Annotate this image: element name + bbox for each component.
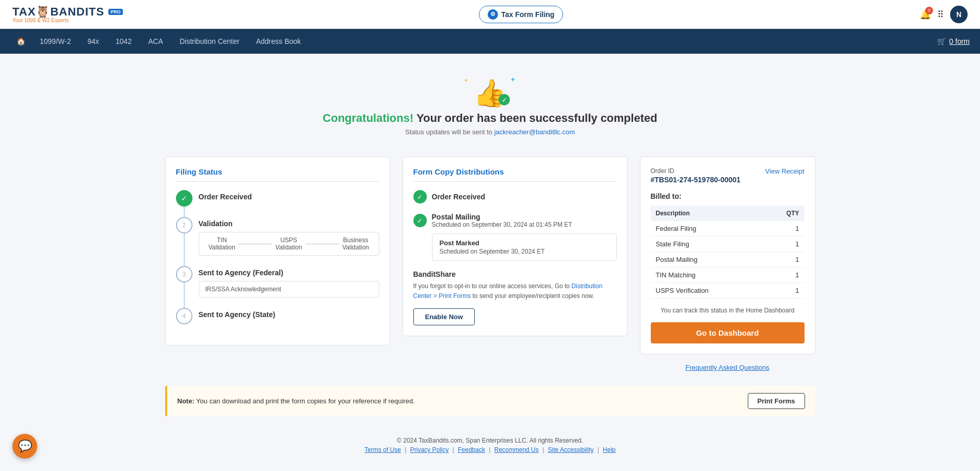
product-icon: ⚙ — [488, 9, 498, 20]
step-3-icon: 3 — [176, 266, 192, 282]
copyright-text: © 2024 TaxBandits.com, Span Enterprises … — [165, 437, 815, 444]
post-marked-title: Post Marked — [440, 239, 609, 247]
timeline-step-2: 2 Validation TIN Validation USPS Validat… — [176, 217, 379, 256]
success-check-icon: ✓ — [499, 94, 510, 105]
nav-item-aca[interactable]: ACA — [140, 29, 171, 54]
help-link[interactable]: Help — [603, 446, 616, 453]
col-description: Description — [651, 206, 763, 221]
recommend-link[interactable]: Recommend Us — [494, 446, 539, 453]
receipt-column: Order ID #TBS01-274-519780-00001 View Re… — [640, 156, 815, 371]
order-id-value: #TBS01-274-519780-00001 — [651, 176, 741, 184]
table-row: USPS Verification1 — [651, 283, 805, 299]
sparkle-icon: ✦ — [510, 75, 516, 84]
main-content: 👍 ✓ ✦ ✦ Congratulations! Your order has … — [155, 54, 826, 471]
post-marked-box: Post Marked Scheduled on September 30, 2… — [432, 233, 617, 261]
step-1-label: Order Received — [199, 190, 252, 201]
banditshare-title: BanditShare — [413, 270, 617, 278]
dist-check-1: ✓ — [413, 190, 427, 203]
table-row: State Filing1 — [651, 237, 805, 252]
step-4-icon: 4 — [176, 308, 192, 324]
step-4-label: Sent to Agency (State) — [199, 308, 276, 319]
view-receipt-link[interactable]: View Receipt — [765, 167, 805, 175]
dist-order-label: Order Received — [432, 193, 486, 201]
chat-bubble[interactable]: 💬 — [12, 434, 37, 459]
congrats-highlight: Congratulations! — [323, 112, 413, 124]
step-2-label: Validation — [199, 217, 379, 228]
switch-product-button[interactable]: ⚙ Tax Form Filing — [479, 6, 563, 23]
postal-mailing-date: Scheduled on September 30, 2024 at 01:45… — [432, 221, 572, 228]
order-id-row: Order ID #TBS01-274-519780-00001 View Re… — [651, 167, 805, 184]
irs-ack: IRS/SSA Acknowledgement — [199, 281, 379, 297]
congrats-email[interactable]: jackreacher@banditllc.com — [494, 128, 575, 136]
nav-item-1099[interactable]: 1099/W-2 — [31, 29, 79, 54]
user-avatar[interactable]: N — [950, 6, 968, 23]
nav-home[interactable]: 🏠 — [10, 29, 31, 54]
step-1-icon: ✓ — [176, 190, 192, 207]
congrats-rest: Your order has been successfully complet… — [413, 112, 657, 124]
nav-item-94x[interactable]: 94x — [79, 29, 107, 54]
filing-status-title: Filing Status — [176, 167, 379, 182]
notifications-button[interactable]: 🔔 0 — [920, 9, 931, 20]
print-forms-button[interactable]: Print Forms — [748, 393, 805, 409]
main-nav: 🏠 1099/W-2 94x 1042 ACA Distribution Cen… — [0, 29, 980, 54]
go-dashboard-button[interactable]: Go to Dashboard — [651, 322, 805, 343]
feedback-link[interactable]: Feedback — [458, 446, 485, 453]
business-validation: Business Validation — [339, 237, 373, 251]
nav-item-address[interactable]: Address Book — [248, 29, 309, 54]
dist-check-2: ✓ — [413, 214, 427, 227]
congrats-section: 👍 ✓ ✦ ✦ Congratulations! Your order has … — [165, 69, 815, 141]
apps-grid-button[interactable]: ⠿ — [937, 9, 944, 20]
terms-link[interactable]: Terms of Use — [364, 446, 401, 453]
cart-icon: 🛒 — [937, 37, 946, 45]
cart-count: 0 form — [949, 37, 970, 45]
receipt-card: Order ID #TBS01-274-519780-00001 View Re… — [640, 156, 815, 354]
dist-order-received: ✓ Order Received — [413, 190, 617, 203]
header-icons: 🔔 0 ⠿ N — [920, 6, 968, 23]
order-id-label: Order ID — [651, 167, 741, 175]
cart-button[interactable]: 🛒 0 form — [937, 37, 970, 45]
postal-mailing-label: Postal Mailing — [432, 213, 572, 221]
track-status-text: You can track this status in the Home Da… — [651, 307, 805, 314]
filing-timeline: ✓ Order Received 2 Validation TIN Valida… — [176, 190, 379, 324]
row-desc: TIN Matching — [651, 268, 763, 283]
sparkle-icon-2: ✦ — [464, 77, 468, 83]
pro-badge: PRO — [108, 9, 123, 15]
privacy-link[interactable]: Privacy Policy — [410, 446, 449, 453]
accessibility-link[interactable]: Site Accessibility — [548, 446, 594, 453]
timeline-step-4: 4 Sent to Agency (State) — [176, 308, 379, 324]
banditshare-section: BanditShare If you forgot to opt-in to o… — [413, 270, 617, 325]
footer: © 2024 TaxBandits.com, Span Enterprises … — [165, 437, 815, 453]
nav-item-distribution[interactable]: Distribution Center — [171, 29, 248, 54]
distribution-center-link[interactable]: Distribution Center > Print Forms — [413, 282, 603, 300]
row-qty: 1 — [763, 221, 805, 237]
dist-postal-mailing: ✓ Postal Mailing Scheduled on September … — [413, 213, 617, 261]
chat-icon: 💬 — [18, 439, 32, 453]
note-bar: Note: You can download and print the for… — [165, 386, 815, 416]
table-row: Federal Filing1 — [651, 221, 805, 237]
row-qty: 1 — [763, 283, 805, 299]
row-desc: USPS Verification — [651, 283, 763, 299]
faq-link[interactable]: Frequently Asked Questions — [640, 364, 815, 371]
col-qty: QTY — [763, 206, 805, 221]
enable-now-button[interactable]: Enable Now — [413, 308, 475, 325]
nav-item-1042[interactable]: 1042 — [107, 29, 140, 54]
tin-validation: TIN Validation — [205, 237, 239, 251]
step-2-icon: 2 — [176, 217, 192, 233]
row-desc: Postal Mailing — [651, 252, 763, 268]
table-row: Postal Mailing1 — [651, 252, 805, 268]
row-desc: State Filing — [651, 237, 763, 252]
timeline-step-3: 3 Sent to Agency (Federal) IRS/SSA Ackno… — [176, 266, 379, 297]
step-3-label: Sent to Agency (Federal) — [199, 266, 379, 277]
row-desc: Federal Filing — [651, 221, 763, 237]
columns-row: Filing Status ✓ Order Received 2 Validat… — [165, 156, 815, 371]
top-header: TAX🦉BANDITS PRO Your 1099 & W2 Experts ⚙… — [0, 0, 980, 29]
notification-badge: 0 — [925, 7, 933, 14]
logo-text: TAX🦉BANDITS — [12, 5, 104, 19]
billed-table: Description QTY Federal Filing1State Fil… — [651, 206, 805, 299]
timeline-step-1: ✓ Order Received — [176, 190, 379, 207]
irs-ack-label: IRS/SSA Acknowledgement — [205, 286, 281, 293]
congrats-title: Congratulations! Your order has been suc… — [165, 112, 815, 125]
validation-steps: TIN Validation USPS Validation Business … — [199, 232, 379, 256]
order-id-block: Order ID #TBS01-274-519780-00001 — [651, 167, 741, 184]
banditshare-text: If you forgot to opt-in to our online ac… — [413, 281, 617, 301]
